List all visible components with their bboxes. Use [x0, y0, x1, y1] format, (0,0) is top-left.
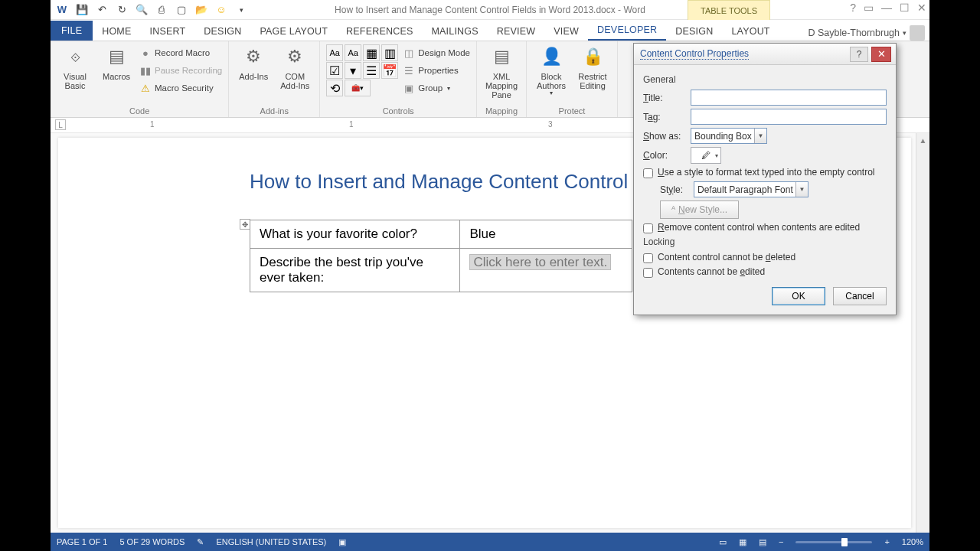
- dialog-close-icon[interactable]: ✕: [871, 47, 891, 62]
- macro-indicator-icon[interactable]: ▣: [338, 537, 346, 547]
- remove-cc-check[interactable]: [643, 223, 653, 233]
- design-mode-button[interactable]: ◫Design Mode: [403, 44, 470, 61]
- combobox-control-icon[interactable]: ▾: [345, 62, 361, 79]
- ok-button[interactable]: OK: [772, 287, 825, 305]
- save-icon[interactable]: 💾: [75, 3, 89, 17]
- scroll-up-icon[interactable]: ▲: [916, 133, 929, 147]
- tab-file[interactable]: FILE: [51, 21, 93, 41]
- close-icon[interactable]: ✕: [917, 2, 926, 14]
- help-icon[interactable]: ?: [850, 2, 856, 14]
- visual-basic-button[interactable]: ⟐Visual Basic: [57, 44, 93, 90]
- open-icon[interactable]: 📂: [194, 3, 208, 17]
- properties-button[interactable]: ☰Properties: [403, 62, 470, 79]
- chevron-down-icon: ▼: [754, 129, 766, 143]
- repeating-control-icon[interactable]: ⟲: [326, 80, 343, 96]
- cell-a2[interactable]: Click here to enter text.: [460, 249, 632, 292]
- dialog-titlebar[interactable]: Content Control Properties ? ✕: [634, 44, 896, 65]
- tab-developer[interactable]: DEVELOPER: [588, 21, 666, 41]
- tab-view[interactable]: VIEW: [544, 22, 588, 41]
- print-layout-icon[interactable]: ▦: [739, 537, 746, 547]
- quick-print-icon[interactable]: ⎙: [155, 3, 168, 17]
- checkbox-control-icon[interactable]: ☑: [326, 62, 343, 79]
- date-control-icon[interactable]: 📅: [381, 62, 398, 79]
- group-button[interactable]: ▣Group▾: [403, 80, 470, 96]
- new-doc-icon[interactable]: ▢: [175, 3, 188, 17]
- word-count[interactable]: 5 OF 29 WORDS: [119, 537, 185, 546]
- plain-text-control-icon[interactable]: Aa: [345, 44, 361, 61]
- redo-icon[interactable]: ↻: [115, 3, 129, 17]
- no-edit-checkbox[interactable]: Contents cannot be edited: [643, 266, 887, 278]
- no-edit-check[interactable]: [643, 268, 653, 278]
- no-delete-check[interactable]: [643, 253, 653, 263]
- restrict-editing-button[interactable]: 🔒Restrict Editing: [574, 44, 611, 90]
- block-authors-button[interactable]: 👤Block Authors▾: [533, 44, 570, 97]
- spellcheck-icon[interactable]: ✎: [197, 537, 204, 547]
- web-layout-icon[interactable]: ▤: [759, 537, 766, 547]
- show-as-select[interactable]: Bounding Box▼: [691, 128, 767, 144]
- page-indicator[interactable]: PAGE 1 OF 1: [57, 537, 107, 546]
- minimize-icon[interactable]: —: [881, 2, 892, 14]
- tab-home[interactable]: HOME: [93, 22, 140, 41]
- tab-stop-selector[interactable]: L: [55, 119, 66, 130]
- dialog-help-icon[interactable]: ?: [850, 47, 868, 62]
- com-addins-button[interactable]: ⚙COM Add-Ins: [276, 44, 313, 90]
- dropdown-control-icon[interactable]: ☰: [363, 62, 380, 79]
- tab-review[interactable]: REVIEW: [488, 22, 545, 41]
- no-delete-checkbox[interactable]: Content control cannot be deleted: [643, 252, 887, 263]
- zoom-level[interactable]: 120%: [902, 537, 923, 546]
- block-icon: 👤: [539, 44, 564, 69]
- group-label-protect: Protect: [533, 105, 611, 116]
- pause-recording-button[interactable]: ▮▮Pause Recording: [139, 62, 222, 79]
- building-block-control-icon[interactable]: ▥: [381, 44, 398, 61]
- use-style-check[interactable]: [643, 168, 653, 178]
- content-control-placeholder[interactable]: Click here to enter text.: [469, 254, 611, 270]
- pause-icon: ▮▮: [139, 64, 152, 77]
- tab-design[interactable]: DESIGN: [194, 22, 250, 41]
- tab-insert[interactable]: INSERT: [141, 22, 195, 41]
- use-style-checkbox[interactable]: Use a style to format text typed into th…: [643, 167, 887, 178]
- picture-control-icon[interactable]: ▦: [363, 44, 380, 61]
- macros-icon: ▤: [104, 44, 129, 69]
- record-macro-button[interactable]: ●Record Macro: [139, 44, 222, 61]
- legacy-tools-icon[interactable]: 🧰▾: [345, 80, 371, 96]
- zoom-thumb[interactable]: [841, 538, 848, 546]
- undo-icon[interactable]: ↶: [95, 3, 109, 17]
- macro-security-button[interactable]: ⚠Macro Security: [139, 80, 222, 96]
- cell-q1[interactable]: What is your favorite color?: [250, 220, 460, 249]
- zoom-in-icon[interactable]: +: [884, 537, 889, 546]
- style-select[interactable]: Default Paragraph Font▼: [694, 181, 808, 197]
- tab-table-layout[interactable]: LAYOUT: [722, 22, 779, 41]
- smiley-icon[interactable]: ☺: [214, 3, 228, 17]
- tab-mailings[interactable]: MAILINGS: [422, 22, 487, 41]
- table-move-handle[interactable]: ✥: [240, 219, 250, 230]
- addins-button[interactable]: ⚙Add-Ins: [235, 44, 272, 81]
- tag-input[interactable]: [691, 109, 887, 125]
- tab-table-design[interactable]: DESIGN: [666, 22, 722, 41]
- tab-references[interactable]: REFERENCES: [337, 22, 422, 41]
- xml-mapping-button[interactable]: ▤XML Mapping Pane: [483, 44, 520, 99]
- ruler-mark: 1: [349, 120, 354, 129]
- zoom-out-icon[interactable]: −: [779, 537, 783, 546]
- ribbon-display-icon[interactable]: ▭: [864, 2, 874, 14]
- qat-more-icon[interactable]: ▾: [234, 3, 248, 17]
- tab-page-layout[interactable]: PAGE LAYOUT: [250, 22, 337, 41]
- rich-text-control-icon[interactable]: Aa: [326, 44, 343, 61]
- language-indicator[interactable]: ENGLISH (UNITED STATES): [216, 537, 326, 546]
- print-preview-icon[interactable]: 🔍: [135, 3, 149, 17]
- macros-button[interactable]: ▤Macros: [98, 44, 135, 81]
- group-label-code: Code: [57, 105, 222, 116]
- cell-q2[interactable]: Describe the best trip you've ever taken…: [250, 249, 460, 292]
- new-style-button[interactable]: ᴬNew Style...: [660, 201, 739, 219]
- user-account[interactable]: D Sayble-Thornbrugh ▾: [808, 25, 925, 41]
- maximize-icon[interactable]: ☐: [900, 2, 910, 14]
- remove-cc-checkbox[interactable]: Remove content control when contents are…: [643, 222, 887, 233]
- zoom-slider[interactable]: [795, 541, 872, 543]
- security-icon: ⚠: [139, 82, 152, 94]
- cell-a1[interactable]: Blue: [460, 220, 632, 249]
- cancel-button[interactable]: Cancel: [833, 287, 887, 305]
- vertical-scrollbar[interactable]: ▲: [916, 133, 929, 533]
- read-mode-icon[interactable]: ▭: [719, 537, 727, 547]
- avatar: [910, 25, 925, 41]
- color-picker[interactable]: 🖉: [691, 147, 721, 164]
- title-input[interactable]: [691, 90, 887, 106]
